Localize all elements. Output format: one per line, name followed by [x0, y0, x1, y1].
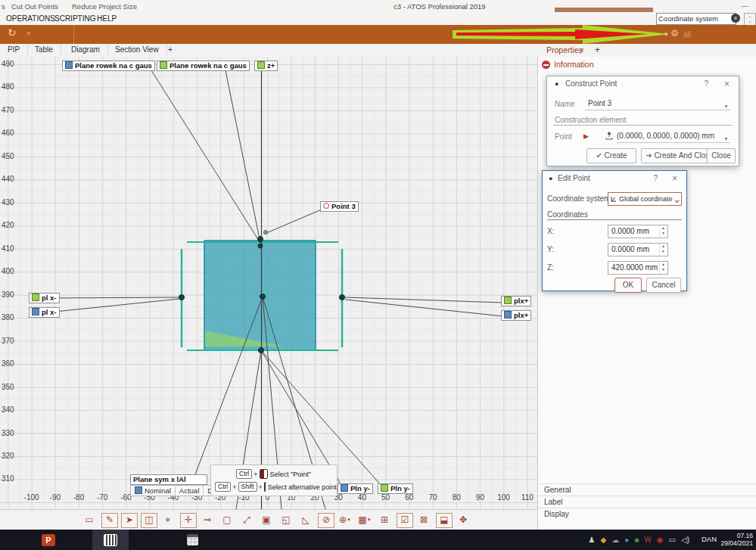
- mesh-icon[interactable]: ⊞: [377, 513, 392, 527]
- label-pln-y-minus-green[interactable]: Pln y-: [378, 483, 413, 494]
- people-icon[interactable]: ♟: [589, 530, 596, 550]
- taskbar-atos-button[interactable]: [92, 530, 129, 550]
- close-icon[interactable]: ×: [672, 171, 677, 186]
- scale-icon[interactable]: ⤢: [239, 513, 254, 527]
- select-arrow-icon[interactable]: ➤: [121, 513, 138, 528]
- spinner-icon[interactable]: ▲▼: [659, 244, 667, 256]
- menu-cut-out-points[interactable]: Cut Out Points: [11, 2, 58, 11]
- menu-operations[interactable]: OPERATIONS: [6, 14, 55, 23]
- teal-app-icon[interactable]: ●: [624, 530, 629, 550]
- taskbar-powerpoint-button[interactable]: P: [32, 530, 65, 550]
- mirror-icon[interactable]: ◫: [141, 513, 157, 528]
- minimize-button[interactable]: —: [742, 2, 749, 10]
- refresh-icon[interactable]: ↻: [8, 26, 17, 39]
- coordinate-system-dropdown[interactable]: Global coordinate ... ▼: [608, 192, 682, 206]
- plane-icon[interactable]: ▣: [259, 513, 274, 527]
- tab-properties[interactable]: Properties: [546, 45, 583, 57]
- chevron-down-icon[interactable]: ▼: [674, 196, 680, 208]
- sphere-icon[interactable]: ⊕▼: [338, 513, 353, 527]
- x-label: X:: [547, 227, 554, 235]
- label-plane-sym[interactable]: Plane sym x lAl: [130, 474, 207, 485]
- speaker-icon[interactable]: ◁): [681, 530, 689, 550]
- label-pl-x-minus-blue[interactable]: pl x-: [29, 307, 60, 318]
- construct-point-icon[interactable]: ✛: [180, 513, 197, 528]
- expand-chevrons-icon[interactable]: ⌄⌄: [744, 13, 756, 26]
- tab-pip[interactable]: PIP: [0, 44, 28, 56]
- tab-section-view[interactable]: Section View: [107, 44, 167, 56]
- blue-square-icon: [341, 484, 348, 492]
- spinner-icon[interactable]: ▲▼: [659, 262, 667, 274]
- point-value-dropdown[interactable]: (0.0000, 0.0000, 0.0000) mm ▼: [617, 130, 730, 143]
- label-pl-x-minus-green[interactable]: pl x-: [29, 293, 60, 303]
- label-pl-x-plus-green[interactable]: plx+: [501, 296, 531, 306]
- corner-icon[interactable]: ◱: [278, 513, 294, 527]
- label-z-plus[interactable]: z+: [254, 61, 278, 71]
- blue-square-icon: [135, 486, 142, 494]
- panel-section-label[interactable]: Label: [538, 496, 756, 508]
- percent-icon[interactable]: ⊘: [318, 513, 334, 528]
- construction-element-header: Construction element: [555, 116, 627, 124]
- delete-box-icon[interactable]: ⊠: [416, 513, 431, 527]
- swap-icon[interactable]: ⬓: [436, 513, 453, 528]
- panel-section-general[interactable]: General: [538, 483, 756, 496]
- taskbar-clock[interactable]: 07.16 29/04/2021: [720, 532, 753, 547]
- toolbar-dropdown-icon[interactable]: ▼: [663, 31, 669, 38]
- y-input[interactable]: 0.0000 mm▲▼: [608, 243, 668, 256]
- label-plane-rowek-blue[interactable]: Plane rowek na c gaus: [62, 61, 155, 71]
- search-clear-icon[interactable]: x: [731, 14, 740, 23]
- close-button[interactable]: Close: [707, 148, 736, 163]
- language-indicator[interactable]: DAN: [702, 535, 717, 543]
- tab-add[interactable]: +: [160, 44, 180, 56]
- name-dropdown[interactable]: Point 3 ▼: [585, 98, 730, 110]
- mouse-button-icon: [260, 469, 268, 479]
- help-icon[interactable]: ?: [704, 76, 708, 92]
- tab-properties-close-icon[interactable]: ×: [580, 45, 584, 56]
- w-app-icon[interactable]: W: [644, 530, 651, 550]
- section-view-canvas[interactable]: 4904804704604504404304204104003903803703…: [0, 57, 537, 509]
- edit-dialog-titlebar[interactable]: ● Edit Point ? ×: [543, 171, 686, 186]
- rectangle-icon[interactable]: ▢: [219, 513, 235, 527]
- label-point3[interactable]: Point 3: [320, 201, 359, 212]
- mouse-button-icon: [264, 482, 266, 492]
- x-input[interactable]: 0.0000 mm▲▼: [608, 225, 668, 238]
- menu-scripting[interactable]: SCRIPTING: [54, 14, 95, 23]
- grid-icon[interactable]: ▦▼: [357, 513, 372, 527]
- refresh-dropdown-icon[interactable]: ▼: [26, 30, 32, 37]
- monitor-icon[interactable]: ▭: [669, 530, 676, 550]
- tab-diagram[interactable]: Diagram: [64, 44, 108, 56]
- edit-pen-icon[interactable]: ✎: [101, 513, 118, 528]
- spinner-icon[interactable]: ▲▼: [659, 225, 667, 238]
- ok-button[interactable]: OK: [614, 278, 642, 293]
- tab-table[interactable]: Table: [27, 44, 61, 56]
- construct-dialog-titlebar[interactable]: ● Construct Point ? ×: [547, 76, 739, 92]
- taskbar-calculator-button[interactable]: [176, 530, 209, 550]
- gear-icon[interactable]: ⚙: [670, 28, 679, 39]
- tab-properties-add[interactable]: +: [595, 45, 600, 56]
- chevron-down-icon[interactable]: ▼: [723, 101, 729, 113]
- chevron-down-icon[interactable]: ▼: [723, 133, 729, 145]
- check-icon[interactable]: ☑: [397, 513, 413, 528]
- close-icon[interactable]: ×: [724, 76, 730, 92]
- label-pl-x-plus-blue[interactable]: plx+: [501, 310, 531, 321]
- point-icon[interactable]: ⌖: [160, 513, 176, 527]
- menu-reduce-project-size[interactable]: Reduce Project Size: [72, 2, 137, 11]
- help-icon[interactable]: ?: [653, 171, 658, 186]
- information-row[interactable]: Information: [542, 59, 594, 70]
- panel-section-display[interactable]: Display: [538, 508, 756, 530]
- cloud-icon[interactable]: ☁: [611, 530, 619, 550]
- green-app-icon[interactable]: ■: [634, 530, 639, 550]
- move-icon[interactable]: ✥: [456, 513, 471, 527]
- menu-help[interactable]: HELP: [97, 14, 117, 23]
- dialog-dot-icon: ●: [555, 76, 558, 92]
- search-input[interactable]: Coordinate system: [656, 13, 736, 25]
- create-button[interactable]: ✔ Create: [586, 148, 636, 163]
- angle-icon[interactable]: ◺: [298, 513, 313, 527]
- label-plane-rowek-green[interactable]: Plane rowek na c gaus: [157, 61, 250, 71]
- link-icon[interactable]: ⊸: [200, 513, 215, 527]
- tag-icon[interactable]: ▭: [82, 513, 97, 527]
- shield-icon[interactable]: ◆: [601, 530, 607, 550]
- red-dial-icon[interactable]: ◉: [657, 530, 664, 550]
- cancel-button[interactable]: Cancel: [646, 278, 681, 293]
- z-input[interactable]: 420.0000 mm▲▼: [608, 261, 668, 275]
- label-pln-y-minus-blue[interactable]: Pln y-: [338, 483, 373, 494]
